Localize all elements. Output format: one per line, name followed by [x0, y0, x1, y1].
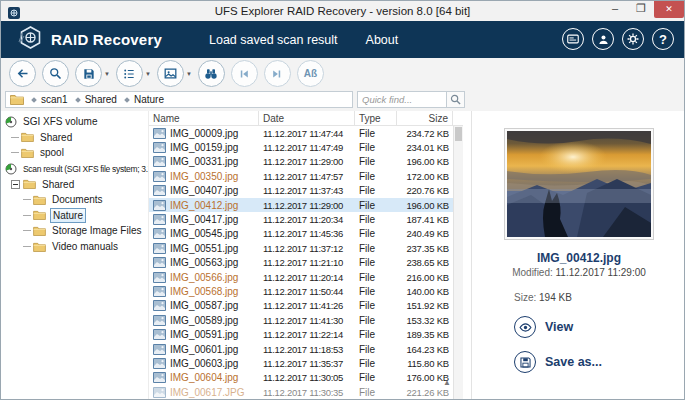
table-row[interactable]: IMG_00545.jpg11.12.2017 11:45:36File240.…: [149, 227, 463, 241]
content-area: SGI XFS volumeSharedspoolScan result (SG…: [1, 111, 684, 400]
tree-item-shared[interactable]: Shared: [1, 176, 148, 192]
previous-icon: [237, 67, 251, 81]
table-row[interactable]: IMG_00604.jpg11.12.2017 11:30:05File176.…: [149, 371, 463, 385]
breadcrumb[interactable]: scan1SharedNature: [5, 91, 353, 108]
table-row[interactable]: IMG_00417.jpg11.12.2017 11:20:34File187.…: [149, 212, 463, 226]
menu-load-saved-scan-result[interactable]: Load saved scan result: [209, 33, 338, 47]
quick-find-search-button[interactable]: [446, 91, 465, 108]
save-icon: [514, 351, 536, 373]
window-title: UFS Explorer RAID Recovery - version 8.0…: [1, 5, 684, 17]
encoding-icon: Aß: [304, 68, 317, 79]
image-file-icon: [153, 200, 166, 211]
folder-icon: [21, 148, 34, 158]
tree-item-spool[interactable]: spool: [1, 145, 148, 161]
view-button[interactable]: View: [514, 316, 685, 338]
help-button[interactable]: ?: [652, 28, 674, 50]
table-row[interactable]: IMG_00603.jpg11.12.2017 11:35:37File115.…: [149, 356, 463, 370]
maximize-button[interactable]: ❐: [628, 1, 654, 18]
previous-item-button[interactable]: [231, 60, 258, 87]
table-row[interactable]: IMG_00587.jpg11.12.2017 11:41:26File151.…: [149, 299, 463, 313]
user-icon: [597, 33, 610, 46]
find-button[interactable]: [198, 60, 225, 87]
table-row[interactable]: IMG_00009.jpg11.12.2017 11:47:44File234.…: [149, 126, 463, 140]
breadcrumb-item-Shared[interactable]: Shared: [76, 94, 117, 105]
search-button[interactable]: [42, 60, 69, 87]
tree-item-nature[interactable]: Nature: [1, 208, 148, 224]
table-row[interactable]: IMG_00551.jpg11.12.2017 11:37:12File237.…: [149, 241, 463, 255]
modified-value: 11.12.2017 11:29:00: [556, 267, 646, 278]
tree-item-sgi[interactable]: SGI XFS volume: [1, 114, 148, 130]
folder-icon: [23, 179, 36, 189]
menu-about[interactable]: About: [366, 33, 399, 47]
preview-thumbnail[interactable]: [504, 128, 654, 240]
image-file-icon: [153, 257, 166, 268]
next-item-button[interactable]: [264, 60, 291, 87]
table-row[interactable]: IMG_00568.jpg11.12.2017 11:50:44File140.…: [149, 284, 463, 298]
save-scan-button[interactable]: [75, 60, 102, 87]
file-list-scrollbar[interactable]: [453, 126, 463, 400]
dropdown-caret-icon[interactable]: ▼: [145, 71, 151, 77]
column-header-name[interactable]: Name: [149, 111, 259, 126]
tree-item-scan[interactable]: Scan result (SGI XFS file system; 3.72 G…: [1, 161, 148, 177]
table-row[interactable]: IMG_00331.jpg11.12.2017 11:29:00File196.…: [149, 155, 463, 169]
dropdown-caret-icon[interactable]: ▼: [104, 71, 110, 77]
help-icon: ?: [659, 32, 667, 47]
table-row[interactable]: IMG_00407.jpg11.12.2017 11:37:43File220.…: [149, 184, 463, 198]
quick-find-input[interactable]: [357, 91, 446, 108]
table-row[interactable]: IMG_00566.jpg11.12.2017 11:20:14File216.…: [149, 270, 463, 284]
table-row[interactable]: IMG_00159.jpg11.12.2017 11:47:49File234.…: [149, 140, 463, 154]
tree-item-video[interactable]: Video manuals: [1, 239, 148, 255]
user-account-button[interactable]: [592, 28, 614, 50]
image-file-icon: [153, 372, 166, 383]
table-row[interactable]: IMG_00412.jpg11.12.2017 11:29:00File196.…: [149, 198, 463, 212]
column-header-type[interactable]: Type: [355, 111, 397, 126]
table-row[interactable]: IMG_00617.JPG11.12.2017 11:30:35File221.…: [149, 385, 463, 399]
brand-logo-icon: [17, 24, 44, 55]
view-options-button[interactable]: [116, 60, 143, 87]
breadcrumb-item-scan1[interactable]: scan1: [32, 94, 68, 105]
preview-panel: IMG_00412.jpg Modified: 11.12.2017 11:29…: [471, 111, 685, 400]
file-list-rows: IMG_00009.jpg11.12.2017 11:47:44File234.…: [149, 126, 463, 399]
table-row[interactable]: IMG_00601.jpg11.12.2017 11:18:53File164.…: [149, 342, 463, 356]
settings-gear-button[interactable]: [622, 28, 644, 50]
image-file-icon: [153, 358, 166, 369]
collapse-toggle-icon[interactable]: [11, 180, 20, 189]
table-row[interactable]: IMG_00563.jpg11.12.2017 11:21:10File238.…: [149, 256, 463, 270]
image-file-icon: [153, 228, 166, 239]
encoding-button[interactable]: Aß: [297, 60, 324, 87]
table-row[interactable]: IMG_00591.jpg11.12.2017 11:22:14File189.…: [149, 327, 463, 341]
table-row[interactable]: IMG_00589.jpg11.12.2017 11:41:30File153.…: [149, 313, 463, 327]
file-list: NameDateTypeSize IMG_00009.jpg11.12.2017…: [149, 111, 463, 400]
column-header-date[interactable]: Date: [259, 111, 355, 126]
app-icon: [8, 5, 20, 17]
brand-name: RAID Recovery: [51, 31, 162, 48]
folder-icon: [33, 242, 46, 252]
image-tools-icon: [163, 66, 178, 81]
column-header-size[interactable]: Size: [397, 111, 453, 126]
image-tools-button[interactable]: [157, 60, 184, 87]
tree-item-storage[interactable]: Storage Image Files: [1, 223, 148, 239]
license-card-button[interactable]: [562, 28, 584, 50]
next-icon: [270, 67, 284, 81]
size-value: 194 KB: [539, 292, 572, 303]
breadcrumb-separator-icon: [31, 97, 37, 103]
brand: RAID Recovery: [17, 24, 162, 55]
scrollbar-thumb[interactable]: [455, 127, 462, 141]
close-button[interactable]: ✕: [654, 1, 684, 18]
image-file-icon: [153, 142, 166, 153]
tree-item-shared[interactable]: Shared: [1, 130, 148, 146]
image-file-icon: [153, 171, 166, 182]
tree-item-documents[interactable]: Documents: [1, 192, 148, 208]
size-label: Size:: [514, 292, 536, 303]
back-button[interactable]: [9, 60, 36, 87]
breadcrumb-item-Nature[interactable]: Nature: [125, 94, 164, 105]
save-as-label: Save as...: [545, 355, 602, 369]
dropdown-caret-icon[interactable]: ▼: [186, 71, 192, 77]
table-row[interactable]: IMG_00350.jpg11.12.2017 11:47:57File172.…: [149, 169, 463, 183]
scroll-up-indicator[interactable]: ▲: [443, 378, 451, 387]
preview-size: Size: 194 KB: [472, 292, 685, 303]
modified-label: Modified:: [512, 267, 553, 278]
image-file-icon: [153, 272, 166, 283]
save-as-button[interactable]: Save as...: [514, 351, 685, 373]
minimize-button[interactable]: –: [602, 1, 628, 18]
